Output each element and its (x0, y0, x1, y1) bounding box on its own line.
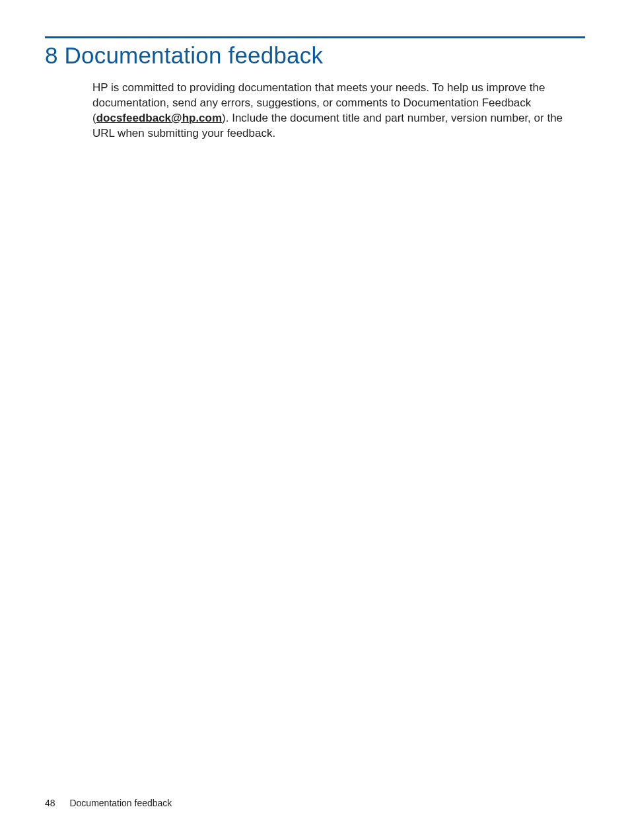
feedback-email-link[interactable]: docsfeedback@hp.com (96, 112, 222, 124)
header-rule (45, 36, 585, 38)
footer-section-title: Documentation feedback (69, 798, 172, 808)
page-footer: 48 Documentation feedback (45, 798, 172, 808)
page-content: 8 Documentation feedback HP is committed… (0, 0, 630, 141)
page-number: 48 (45, 798, 55, 808)
chapter-title: 8 Documentation feedback (45, 42, 585, 69)
body-paragraph: HP is committed to providing documentati… (92, 81, 585, 141)
